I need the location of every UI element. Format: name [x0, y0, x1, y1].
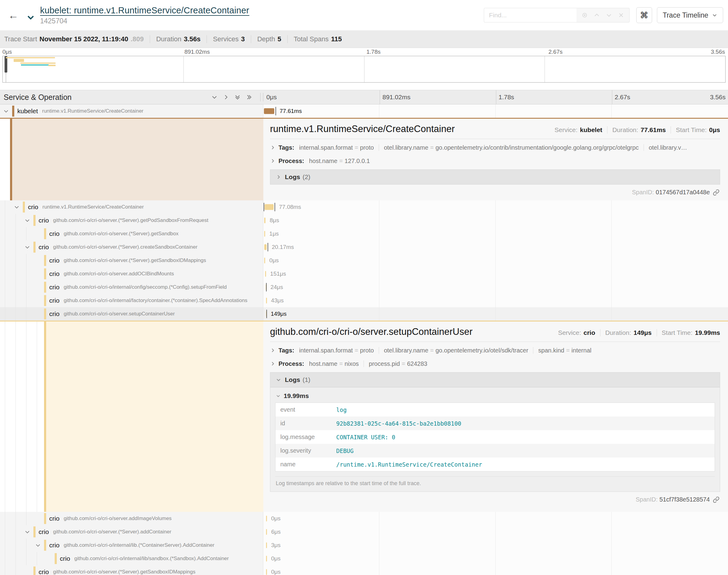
span-row-timeline-cell[interactable]: 0μs	[263, 552, 728, 565]
span-duration-label: 8μs	[270, 217, 279, 224]
process-row[interactable]: Process: host.name=127.0.0.1	[270, 154, 720, 168]
span-row[interactable]: crioruntime.v1.RuntimeService/CreateCont…	[0, 200, 728, 214]
span-row-timeline-cell[interactable]: 8μs	[263, 214, 728, 227]
column-resizer[interactable]	[260, 93, 263, 101]
span-row-name-cell[interactable]: criogithub.com/cri-o/cri-o/internal/lib/…	[0, 552, 263, 565]
chevron-down-icon[interactable]	[24, 244, 30, 250]
span-row-timeline-cell[interactable]: 0μs	[263, 512, 728, 525]
tags-row[interactable]: Tags: internal.span.format=protootel.lib…	[270, 344, 720, 357]
span-row-timeline-cell[interactable]: 77.08ms	[263, 200, 728, 214]
span-self-time-tick	[266, 283, 267, 292]
span-row[interactable]: kubeletruntime.v1.RuntimeService/CreateC…	[0, 104, 728, 118]
logs-section-collapsed[interactable]: Logs (2)	[270, 169, 720, 184]
back-button[interactable]: ←	[6, 8, 21, 23]
log-entry-toggle[interactable]: 19.99ms	[275, 389, 715, 403]
span-bar[interactable]	[266, 298, 267, 304]
kv-equals: =	[339, 360, 343, 367]
tags-row[interactable]: Tags: internal.span.format=protootel.lib…	[270, 141, 720, 154]
collapse-one-icon[interactable]	[211, 94, 218, 100]
span-row-name-cell[interactable]: criogithub.com/cri-o/cri-o/server.(*Serv…	[0, 254, 263, 267]
span-bar[interactable]	[264, 218, 265, 224]
span-row[interactable]: criogithub.com/cri-o/cri-o/internal/lib.…	[0, 539, 728, 552]
span-row-name-cell[interactable]: criogithub.com/cri-o/cri-o/internal/lib.…	[0, 539, 263, 552]
span-row-timeline-cell[interactable]: 43μs	[263, 294, 728, 307]
span-bar[interactable]	[264, 244, 267, 250]
span-row-name-cell[interactable]: crioruntime.v1.RuntimeService/CreateCont…	[0, 200, 263, 214]
span-row-name-cell[interactable]: criogithub.com/cri-o/cri-o/internal/fact…	[0, 294, 263, 307]
span-bar[interactable]	[266, 529, 267, 535]
expand-one-icon[interactable]	[223, 94, 229, 100]
keyboard-shortcuts-button[interactable]: ⌘	[636, 7, 652, 23]
expand-all-icon[interactable]	[246, 94, 253, 100]
span-row-timeline-cell[interactable]: 0μs	[263, 254, 728, 267]
copy-link-icon[interactable]	[713, 496, 720, 503]
minimap-span	[14, 59, 24, 62]
span-row-timeline-cell[interactable]: 24μs	[263, 280, 728, 294]
span-bar[interactable]	[266, 516, 267, 521]
span-row[interactable]: criogithub.com/cri-o/cri-o/internal/conf…	[0, 280, 728, 294]
process-row[interactable]: Process: host.name=nixosprocess.pid=6242…	[270, 357, 720, 370]
span-row-timeline-cell[interactable]: 6μs	[263, 525, 728, 539]
span-row-timeline-cell[interactable]: 0μs	[263, 565, 728, 575]
span-row-timeline-cell[interactable]: 20.17ms	[263, 240, 728, 254]
span-row-name-cell[interactable]: kubeletruntime.v1.RuntimeService/CreateC…	[0, 104, 263, 118]
span-row[interactable]: criogithub.com/cri-o/cri-o/internal/lib/…	[0, 552, 728, 565]
span-bar[interactable]	[266, 556, 267, 562]
logs-count: (2)	[302, 173, 310, 181]
span-row-name-cell[interactable]: criogithub.com/cri-o/cri-o/server.addIma…	[0, 512, 263, 525]
span-bar[interactable]	[265, 204, 274, 210]
span-row-name-cell[interactable]: criogithub.com/cri-o/cri-o/server.(*Serv…	[0, 214, 263, 227]
span-row[interactable]: criogithub.com/cri-o/cri-o/server.(*Serv…	[0, 227, 728, 240]
span-bar[interactable]	[265, 271, 266, 277]
chevron-down-icon[interactable]	[24, 529, 30, 535]
span-bar[interactable]	[264, 108, 274, 114]
span-row[interactable]: criogithub.com/cri-o/cri-o/server.setupC…	[0, 307, 728, 320]
span-row-timeline-cell[interactable]: 77.61ms	[263, 104, 728, 118]
span-bar[interactable]	[266, 543, 267, 548]
minimap-scrubber-handle[interactable]	[5, 56, 7, 73]
span-row[interactable]: criogithub.com/cri-o/cri-o/internal/fact…	[0, 294, 728, 307]
span-row[interactable]: criogithub.com/cri-o/cri-o/server.(*Serv…	[0, 254, 728, 267]
indent-guide	[15, 512, 16, 525]
logs-section-expanded[interactable]: Logs (1)	[270, 372, 720, 387]
span-bar[interactable]	[266, 569, 267, 575]
span-row-timeline-cell[interactable]: 3μs	[263, 539, 728, 552]
span-row-name-cell[interactable]: criogithub.com/cri-o/cri-o/server.addOCI…	[0, 267, 263, 280]
span-row[interactable]: criogithub.com/cri-o/cri-o/server.(*Serv…	[0, 240, 728, 254]
chevron-down-icon[interactable]	[14, 204, 20, 210]
locate-icon[interactable]	[581, 12, 588, 19]
span-row-timeline-cell[interactable]: 149μs	[263, 307, 728, 320]
next-result-icon[interactable]	[606, 12, 612, 19]
summary-item: Services3	[213, 35, 245, 43]
span-row[interactable]: criogithub.com/cri-o/cri-o/server.addIma…	[0, 512, 728, 525]
chevron-down-icon[interactable]	[35, 542, 41, 548]
span-row-timeline-cell[interactable]: 151μs	[263, 267, 728, 280]
span-row-name-cell[interactable]: criogithub.com/cri-o/cri-o/server.(*Serv…	[0, 525, 263, 539]
chevron-right-icon	[276, 174, 281, 180]
minimap-canvas[interactable]	[2, 56, 726, 82]
span-bar[interactable]	[264, 258, 265, 264]
span-row-name-cell[interactable]: criogithub.com/cri-o/cri-o/internal/conf…	[0, 280, 263, 294]
chevron-down-icon[interactable]	[3, 108, 9, 114]
find-input[interactable]	[484, 8, 576, 23]
span-row[interactable]: criogithub.com/cri-o/cri-o/server.(*Serv…	[0, 525, 728, 539]
span-bar[interactable]	[264, 231, 265, 237]
span-row[interactable]: criogithub.com/cri-o/cri-o/server.(*Serv…	[0, 565, 728, 575]
span-row-timeline-cell[interactable]: 1μs	[263, 227, 728, 240]
prev-result-icon[interactable]	[593, 12, 600, 19]
copy-link-icon[interactable]	[713, 189, 720, 196]
span-row-name-cell[interactable]: criogithub.com/cri-o/cri-o/server.(*Serv…	[0, 240, 263, 254]
span-row-name-cell[interactable]: criogithub.com/cri-o/cri-o/server.(*Serv…	[0, 565, 263, 575]
trace-view-selector-label: Trace Timeline	[663, 11, 708, 20]
collapse-trace-chevron-icon[interactable]	[26, 13, 35, 22]
summary-label: Trace Start	[4, 35, 37, 43]
span-row[interactable]: criogithub.com/cri-o/cri-o/server.(*Serv…	[0, 214, 728, 227]
span-row-name-cell[interactable]: criogithub.com/cri-o/cri-o/server.(*Serv…	[0, 227, 263, 240]
trace-view-selector[interactable]: Trace Timeline	[657, 7, 723, 23]
trace-title-link[interactable]: kubelet: runtime.v1.RuntimeService/Creat…	[40, 5, 250, 16]
clear-find-icon[interactable]	[618, 12, 624, 19]
span-row-name-cell[interactable]: criogithub.com/cri-o/cri-o/server.setupC…	[0, 307, 263, 320]
chevron-down-icon[interactable]	[24, 217, 30, 224]
collapse-all-icon[interactable]	[234, 94, 241, 100]
span-row[interactable]: criogithub.com/cri-o/cri-o/server.addOCI…	[0, 267, 728, 280]
